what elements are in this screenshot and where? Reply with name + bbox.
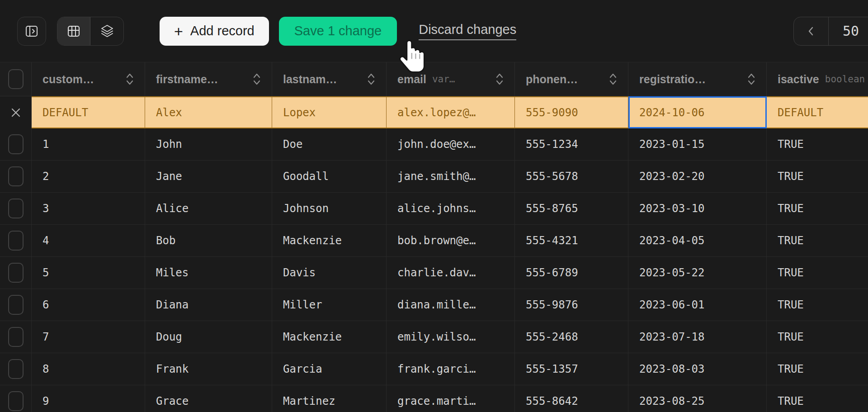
view-toggle-table[interactable] <box>57 17 90 45</box>
table-cell[interactable]: Alex <box>145 96 272 128</box>
table-cell[interactable]: John <box>145 128 272 160</box>
table-cell[interactable]: Lopex <box>272 96 387 128</box>
column-header-2[interactable]: lastnam… <box>272 62 387 96</box>
table-cell[interactable]: Miles <box>145 257 272 289</box>
table-cell[interactable]: diana.mille… <box>387 289 515 321</box>
table-cell[interactable]: 2023-01-15 <box>628 128 767 160</box>
table-cell[interactable]: 555-9090 <box>515 96 628 128</box>
table-cell[interactable]: Jane <box>145 161 272 192</box>
row-select-cell[interactable] <box>0 321 32 353</box>
table-cell[interactable]: Frank <box>145 353 272 385</box>
row-checkbox[interactable] <box>8 327 24 347</box>
row-select-cell[interactable] <box>0 289 32 321</box>
row-checkbox[interactable] <box>8 391 24 411</box>
table-cell[interactable]: Mackenzie <box>272 321 387 353</box>
table-cell[interactable]: charlie.dav… <box>387 257 515 289</box>
previous-page-button[interactable] <box>793 17 829 46</box>
row-select-cell[interactable] <box>0 385 32 412</box>
table-cell[interactable]: DEFAULT <box>767 96 868 128</box>
table-cell[interactable]: 555-8642 <box>515 385 628 412</box>
table-cell[interactable]: grace.marti… <box>387 385 515 412</box>
column-header-4[interactable]: phonen… <box>515 62 628 96</box>
table-cell[interactable]: 2023-08-25 <box>628 385 767 412</box>
table-cell[interactable]: Mackenzie <box>272 225 387 256</box>
table-cell[interactable]: Doug <box>145 321 272 353</box>
table-cell[interactable]: alice.johns… <box>387 193 515 224</box>
column-header-1[interactable]: firstname… <box>145 62 272 96</box>
table-cell[interactable]: 555-6789 <box>515 257 628 289</box>
table-cell[interactable]: 2023-05-22 <box>628 257 767 289</box>
row-select-cell[interactable] <box>0 353 32 385</box>
table-cell[interactable]: TRUE <box>767 128 868 160</box>
table-cell[interactable]: Goodall <box>272 161 387 192</box>
table-cell[interactable]: 555-2468 <box>515 321 628 353</box>
table-cell[interactable]: Martinez <box>272 385 387 412</box>
row-checkbox[interactable] <box>8 166 24 186</box>
table-cell[interactable]: Doe <box>272 128 387 160</box>
table-cell[interactable]: 555-5678 <box>515 161 628 192</box>
row-select-cell[interactable] <box>0 96 32 128</box>
x-icon[interactable] <box>9 106 23 119</box>
row-checkbox[interactable] <box>8 199 24 218</box>
table-cell[interactable]: TRUE <box>767 257 868 289</box>
table-cell[interactable]: frank.garci… <box>387 353 515 385</box>
table-cell[interactable]: Davis <box>272 257 387 289</box>
discard-changes-link[interactable]: Discard changes <box>419 22 516 40</box>
table-cell[interactable]: DEFAULT <box>32 96 145 128</box>
table-cell[interactable]: TRUE <box>767 193 868 224</box>
column-header-0[interactable]: custom… <box>32 62 145 96</box>
table-cell[interactable]: TRUE <box>767 289 868 321</box>
row-select-cell[interactable] <box>0 257 32 289</box>
table-cell[interactable]: john.doe@ex… <box>387 128 515 160</box>
table-cell[interactable]: 7 <box>32 321 145 353</box>
table-cell[interactable]: 8 <box>32 353 145 385</box>
table-cell[interactable]: 555-1234 <box>515 128 628 160</box>
select-all-checkbox[interactable] <box>8 69 24 89</box>
table-cell[interactable]: 9 <box>32 385 145 412</box>
table-cell[interactable]: TRUE <box>767 225 868 256</box>
select-all-cell[interactable] <box>0 62 32 96</box>
row-checkbox[interactable] <box>8 295 24 315</box>
table-cell[interactable]: 555-4321 <box>515 225 628 256</box>
table-cell[interactable]: TRUE <box>767 385 868 412</box>
row-select-cell[interactable] <box>0 225 32 256</box>
table-cell[interactable]: Bob <box>145 225 272 256</box>
row-select-cell[interactable] <box>0 193 32 224</box>
table-cell[interactable]: Garcia <box>272 353 387 385</box>
row-checkbox[interactable] <box>8 231 24 251</box>
table-cell[interactable]: TRUE <box>767 161 868 192</box>
table-cell[interactable]: bob.brown@e… <box>387 225 515 256</box>
table-cell[interactable]: TRUE <box>767 321 868 353</box>
table-cell[interactable]: 2023-04-05 <box>628 225 767 256</box>
table-cell[interactable]: 2023-06-01 <box>628 289 767 321</box>
row-checkbox[interactable] <box>8 134 24 154</box>
add-record-button[interactable]: + Add record <box>160 17 269 46</box>
save-changes-button[interactable]: Save 1 change <box>279 17 397 46</box>
table-cell[interactable]: Grace <box>145 385 272 412</box>
table-cell[interactable]: 6 <box>32 289 145 321</box>
view-toggle-stack[interactable] <box>90 17 123 45</box>
selected-cell[interactable]: 2024-10-06 <box>628 96 767 128</box>
table-cell[interactable]: 2 <box>32 161 145 192</box>
table-cell[interactable]: jane.smith@… <box>387 161 515 192</box>
table-cell[interactable]: 1 <box>32 128 145 160</box>
table-cell[interactable]: 4 <box>32 225 145 256</box>
table-cell[interactable]: 555-1357 <box>515 353 628 385</box>
row-select-cell[interactable] <box>0 161 32 192</box>
table-cell[interactable]: 555-9876 <box>515 289 628 321</box>
column-header-6[interactable]: isactive boolean <box>767 62 868 96</box>
sidebar-toggle-button[interactable] <box>17 17 46 46</box>
table-cell[interactable]: Miller <box>272 289 387 321</box>
column-header-5[interactable]: registratio… <box>628 62 767 96</box>
row-checkbox[interactable] <box>8 359 24 379</box>
column-header-3[interactable]: email var… <box>387 62 515 96</box>
table-cell[interactable]: Alice <box>145 193 272 224</box>
table-cell[interactable]: TRUE <box>767 353 868 385</box>
table-cell[interactable]: alex.lopez@… <box>387 96 515 128</box>
table-cell[interactable]: 2023-08-03 <box>628 353 767 385</box>
table-cell[interactable]: 555-8765 <box>515 193 628 224</box>
table-cell[interactable]: 3 <box>32 193 145 224</box>
table-cell[interactable]: 2023-03-10 <box>628 193 767 224</box>
table-cell[interactable]: 2023-02-20 <box>628 161 767 192</box>
table-cell[interactable]: 2023-07-18 <box>628 321 767 353</box>
